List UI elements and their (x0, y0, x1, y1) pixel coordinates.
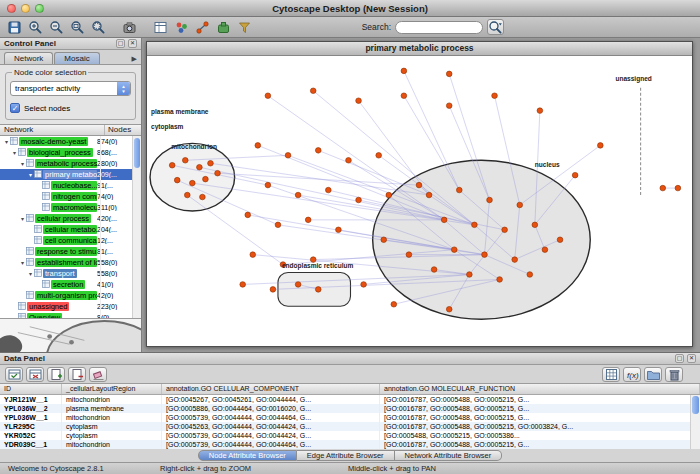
tree-item[interactable]: ▾metabolic process280(0) (0, 158, 141, 169)
network-node[interactable] (250, 252, 256, 258)
attribute-browser-icon[interactable] (152, 18, 171, 37)
clear-table-icon[interactable] (665, 367, 683, 382)
network-node[interactable] (426, 192, 432, 198)
expander-icon[interactable]: ▾ (19, 160, 26, 167)
network-node[interactable] (557, 237, 563, 243)
float-panel-icon[interactable]: ▢ (116, 39, 125, 48)
network-node[interactable] (315, 287, 321, 293)
close-data-panel-icon[interactable]: ✕ (687, 354, 696, 363)
network-node[interactable] (532, 222, 538, 228)
network-graph[interactable]: plasma membranecytoplasmmitochondrionnuc… (147, 56, 692, 346)
network-node[interactable] (174, 177, 180, 183)
select-nodes-checkbox[interactable]: ✓ (10, 103, 20, 113)
search-input[interactable] (395, 21, 483, 34)
network-node[interactable] (598, 143, 604, 149)
network-node[interactable] (245, 212, 251, 218)
network-node[interactable] (542, 247, 548, 253)
tree-item[interactable]: ▾transport558(0) (0, 268, 141, 279)
network-node[interactable] (401, 68, 407, 74)
table-row[interactable]: YKR052Ccytoplasm[GO:0005739, GO:0044444,… (0, 431, 700, 440)
vizmapper-icon[interactable] (173, 18, 192, 37)
network-node[interactable] (446, 306, 452, 312)
network-node[interactable] (275, 222, 281, 228)
tree-scrollbar[interactable] (132, 136, 141, 318)
network-node[interactable] (215, 170, 221, 176)
network-node[interactable] (517, 202, 523, 208)
tab-node-attribute-browser[interactable]: Node Attribute Browser (198, 450, 297, 461)
zoom-in-icon[interactable] (27, 18, 46, 37)
column-header[interactable]: ID (0, 384, 62, 394)
tab-mosaic[interactable]: Mosaic (54, 52, 99, 64)
minimize-window-button[interactable] (21, 4, 30, 13)
column-header[interactable]: annotation.GO CELLULAR_COMPONENT (162, 384, 380, 394)
network-canvas[interactable]: plasma membranecytoplasmmitochondrionnuc… (147, 56, 692, 346)
import-attributes-icon[interactable] (644, 367, 662, 382)
network-node[interactable] (527, 272, 533, 278)
network-node[interactable] (391, 302, 397, 308)
close-panel-icon[interactable]: ✕ (128, 39, 137, 48)
tree-scrollbar-thumb[interactable] (134, 138, 140, 168)
column-header[interactable]: annotation.GO MOLECULAR_FUNCTION (380, 384, 700, 394)
network-node[interactable] (451, 247, 457, 253)
network-node[interactable] (472, 222, 478, 228)
network-node[interactable] (502, 227, 508, 233)
network-node[interactable] (295, 192, 301, 198)
zoom-selected-icon[interactable] (69, 18, 88, 37)
network-node[interactable] (487, 197, 493, 203)
table-scrollbar[interactable] (690, 395, 700, 449)
tree-item[interactable]: multi-organism pro...42(0) (0, 290, 141, 301)
snapshot-icon[interactable] (121, 18, 140, 37)
network-node[interactable] (361, 282, 367, 288)
tree-item[interactable]: nitrogen compo...74(0) (0, 191, 141, 202)
network-node[interactable] (197, 164, 203, 170)
network-view-title[interactable]: primary metabolic process (147, 42, 692, 56)
network-node[interactable] (255, 143, 261, 149)
network-node[interactable] (265, 93, 271, 99)
network-node[interactable] (497, 277, 503, 283)
tree-item[interactable]: ▾primary metabo...209(... (0, 169, 141, 180)
filter-icon[interactable] (236, 18, 255, 37)
network-node[interactable] (295, 282, 301, 288)
network-node[interactable] (203, 176, 209, 182)
zoom-fit-icon[interactable] (90, 18, 109, 37)
network-node[interactable] (270, 287, 276, 293)
network-node[interactable] (315, 148, 321, 154)
network-node[interactable] (305, 217, 311, 223)
network-node[interactable] (431, 267, 437, 273)
network-node[interactable] (660, 185, 666, 191)
network-node[interactable] (285, 153, 291, 159)
tree-item[interactable]: Overview8(0) (0, 312, 141, 318)
expander-icon[interactable]: ▾ (19, 215, 26, 222)
network-node[interactable] (208, 160, 214, 166)
network-node[interactable] (446, 71, 452, 77)
network-node[interactable] (492, 93, 498, 99)
network-node[interactable] (381, 237, 387, 243)
tree-item[interactable]: macromolecule...311(0) (0, 202, 141, 213)
save-session-icon[interactable] (6, 18, 25, 37)
tree-item[interactable]: ▾cellular process420(... (0, 213, 141, 224)
network-view-frame[interactable]: primary metabolic process plasma membran… (146, 41, 693, 347)
table-row[interactable]: YPL036W__2plasma membrane[GO:0005886, GO… (0, 404, 700, 413)
network-node[interactable] (190, 180, 196, 186)
network-node[interactable] (265, 182, 271, 188)
tree-item[interactable]: ▾establishment of lo...558(0) (0, 257, 141, 268)
network-node[interactable] (572, 172, 578, 178)
tab-network-attribute-browser[interactable]: Network Attribute Browser (395, 450, 503, 461)
network-node[interactable] (326, 187, 332, 193)
function-builder-icon[interactable]: f(x) (623, 367, 641, 382)
network-node[interactable] (416, 182, 422, 188)
delete-attribute-icon[interactable] (68, 367, 86, 382)
float-data-panel-icon[interactable]: ▢ (675, 354, 684, 363)
tab-network[interactable]: Network (4, 52, 53, 64)
network-node[interactable] (456, 187, 462, 193)
network-node[interactable] (346, 158, 352, 164)
network-node[interactable] (406, 252, 412, 258)
network-node[interactable] (200, 194, 206, 200)
tree-item[interactable]: unassigned223(0) (0, 301, 141, 312)
column-nodes[interactable]: Nodes (105, 125, 141, 135)
search-options-button[interactable] (487, 19, 504, 35)
network-node[interactable] (240, 282, 246, 288)
tab-edge-attribute-browser[interactable]: Edge Attribute Browser (297, 450, 395, 461)
column-network[interactable]: Network (0, 125, 105, 135)
network-node[interactable] (512, 257, 518, 263)
